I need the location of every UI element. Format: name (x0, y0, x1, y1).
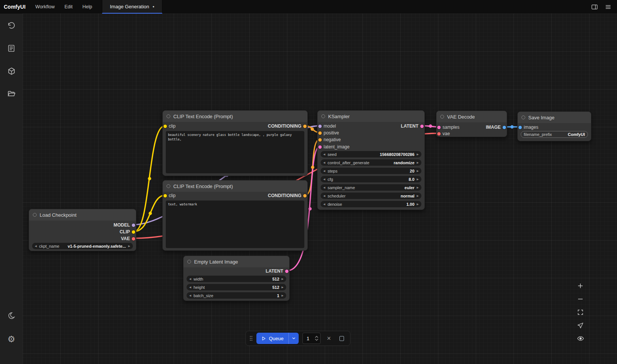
increment-arrow-icon[interactable]: ▶ (417, 170, 419, 172)
decrement-arrow-icon[interactable]: ◀ (35, 245, 37, 247)
output-port-conditioning[interactable] (303, 125, 307, 128)
panel-toggle-button[interactable] (591, 3, 598, 11)
queue-options-dropdown[interactable] (288, 333, 299, 344)
collapse-dot-icon[interactable] (521, 116, 525, 119)
node-header[interactable]: VAE Decode (437, 111, 507, 122)
node-empty-latent-image[interactable]: Empty Latent Image LATENT ◀ width 512 ▶ … (183, 256, 290, 301)
node-save-image[interactable]: Save Image images filename_prefix ComfyU… (517, 111, 591, 141)
widget-height[interactable]: ◀ height 512 ▶ (187, 284, 286, 290)
menu-help[interactable]: Help (82, 4, 92, 9)
queue-button[interactable]: Queue (256, 333, 288, 344)
widget-filename-prefix[interactable]: filename_prefix ComfyUI (521, 131, 588, 138)
fit-view-button[interactable] (573, 306, 588, 318)
node-ksampler[interactable]: KSampler model positive negative latent_… (317, 110, 425, 210)
collapse-dot-icon[interactable] (187, 260, 191, 264)
increment-arrow-icon[interactable]: ▶ (417, 153, 419, 156)
input-port-negative[interactable] (318, 138, 322, 142)
decrement-arrow-icon[interactable]: ◀ (323, 178, 325, 180)
decrement-arrow-icon[interactable]: ◀ (323, 203, 325, 205)
collapse-dot-icon[interactable] (167, 114, 170, 118)
collapse-dot-icon[interactable] (321, 114, 325, 118)
drag-handle-icon[interactable] (250, 335, 253, 341)
increment-arrow-icon[interactable]: ▶ (417, 178, 419, 180)
increment-arrow-icon[interactable]: ▶ (417, 203, 419, 205)
sidebar-item-settings[interactable]: ⚙ (4, 332, 19, 347)
decrement-arrow-icon[interactable]: ◀ (189, 294, 191, 297)
increment-arrow-icon[interactable]: ▶ (282, 286, 284, 288)
node-header[interactable]: CLIP Text Encode (Prompt) (163, 111, 307, 122)
zoom-in-button[interactable] (573, 279, 588, 292)
input-port-clip[interactable] (164, 194, 167, 197)
widget-denoise[interactable]: ◀ denoise 1.00 ▶ (321, 201, 421, 207)
stepper-arrows[interactable] (315, 336, 318, 341)
stop-button[interactable] (337, 333, 346, 344)
node-header[interactable]: Empty Latent Image (184, 256, 289, 267)
input-port-positive[interactable] (318, 131, 322, 135)
widget-steps[interactable]: ◀ steps 20 ▶ (321, 168, 421, 174)
widget-seed[interactable]: ◀ seed 156680208700286 ▶ (321, 151, 421, 157)
toggle-links-button[interactable] (573, 332, 588, 345)
increment-arrow-icon[interactable]: ▶ (128, 245, 130, 247)
node-header[interactable]: Load Checkpoint (29, 209, 136, 221)
node-header[interactable]: CLIP Text Encode (Prompt) (163, 180, 307, 192)
collapse-dot-icon[interactable] (33, 213, 37, 217)
app-logo[interactable]: ComfyUI (4, 4, 26, 10)
decrement-arrow-icon[interactable]: ◀ (323, 186, 325, 189)
node-clip-text-encode-negative[interactable]: CLIP Text Encode (Prompt) clip CONDITION… (162, 180, 308, 251)
sidebar-item-queue[interactable] (4, 41, 19, 56)
widget-cfg[interactable]: ◀ cfg 8.0 ▶ (321, 176, 421, 182)
batch-count-stepper[interactable]: 1 (302, 333, 321, 344)
decrement-arrow-icon[interactable]: ◀ (189, 278, 191, 280)
increment-arrow-icon[interactable]: ▶ (282, 278, 284, 280)
widget-scheduler[interactable]: ◀ scheduler normal ▶ (321, 193, 421, 199)
hamburger-menu-button[interactable] (604, 3, 612, 11)
input-port-samples[interactable] (437, 126, 441, 129)
widget-ckpt-name[interactable]: ◀ ckpt_name v1-5-pruned-emaonly.safete..… (32, 243, 133, 249)
node-header[interactable]: KSampler (318, 111, 424, 122)
prompt-textarea[interactable]: beautiful scenery nature glass bottle la… (166, 131, 304, 173)
decrement-arrow-icon[interactable]: ◀ (323, 161, 325, 164)
increment-arrow-icon[interactable]: ▶ (417, 161, 419, 164)
node-vae-decode[interactable]: VAE Decode samples vae IMAGE (436, 111, 507, 137)
input-port-images[interactable] (518, 126, 522, 129)
widget-batch-size[interactable]: ◀ batch_size 1 ▶ (187, 292, 286, 299)
decrement-arrow-icon[interactable]: ◀ (323, 194, 325, 197)
decrement-arrow-icon[interactable]: ◀ (189, 286, 191, 288)
decrement-arrow-icon[interactable]: ◀ (323, 153, 325, 156)
input-port-model[interactable] (318, 125, 322, 128)
widget-sampler-name[interactable]: ◀ sampler_name euler ▶ (321, 184, 421, 191)
sidebar-item-theme-toggle[interactable] (4, 308, 19, 323)
sidebar-item-model-library[interactable] (4, 63, 19, 79)
menu-workflow[interactable]: Workflow (35, 4, 55, 9)
node-header[interactable]: Save Image (518, 112, 591, 123)
widget-control-after-generate[interactable]: ◀ control_after_generate randomize ▶ (321, 159, 421, 166)
output-port-clip[interactable] (132, 230, 135, 234)
node-load-checkpoint[interactable]: Load Checkpoint MODEL CLIP VAE ◀ ckpt_na… (29, 209, 136, 251)
input-port-clip[interactable] (164, 125, 167, 128)
output-port-image[interactable] (503, 126, 506, 129)
menu-edit[interactable]: Edit (65, 4, 73, 9)
fit-view-icon (577, 309, 584, 316)
output-port-vae[interactable] (132, 237, 135, 241)
collapse-dot-icon[interactable] (440, 115, 444, 119)
collapse-dot-icon[interactable] (167, 184, 170, 188)
output-port-latent[interactable] (285, 270, 288, 273)
clear-queue-button[interactable]: × (324, 333, 333, 344)
select-mode-button[interactable] (573, 319, 588, 332)
tab-image-generation[interactable]: Image Generation ● (102, 0, 162, 14)
output-port-latent[interactable] (420, 125, 424, 128)
increment-arrow-icon[interactable]: ▶ (282, 294, 284, 297)
input-port-latent-image[interactable] (318, 145, 322, 149)
output-port-conditioning[interactable] (303, 194, 307, 197)
sidebar-item-workflows[interactable] (4, 86, 19, 101)
increment-arrow-icon[interactable]: ▶ (417, 186, 419, 189)
sidebar-item-history[interactable] (4, 18, 19, 33)
widget-width[interactable]: ◀ width 512 ▶ (187, 276, 286, 282)
zoom-out-button[interactable] (573, 293, 588, 305)
decrement-arrow-icon[interactable]: ◀ (323, 170, 325, 172)
increment-arrow-icon[interactable]: ▶ (417, 194, 419, 197)
input-port-vae[interactable] (437, 132, 441, 136)
output-port-model[interactable] (132, 224, 135, 227)
prompt-textarea[interactable]: text, watermark (166, 201, 304, 248)
node-clip-text-encode-positive[interactable]: CLIP Text Encode (Prompt) clip CONDITION… (162, 110, 308, 176)
